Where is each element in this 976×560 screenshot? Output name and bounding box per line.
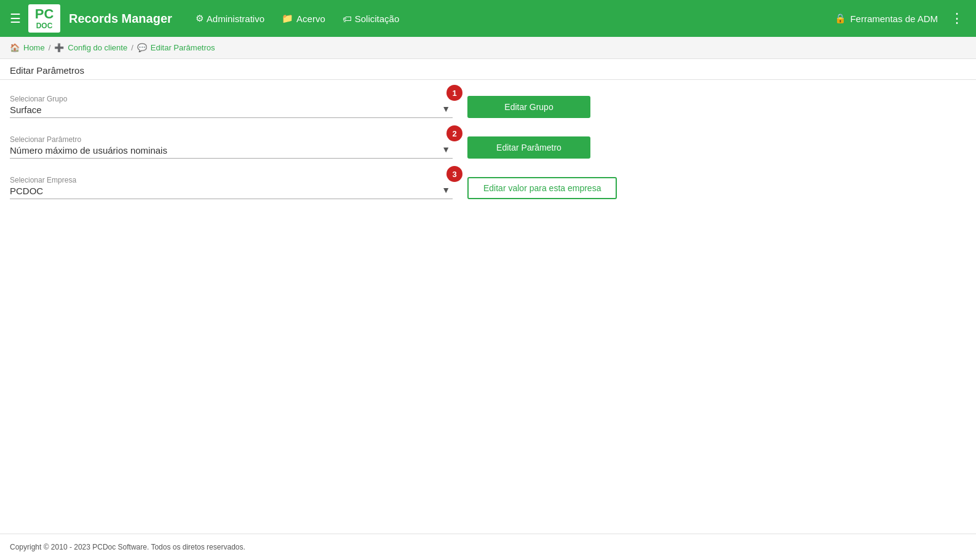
param-select[interactable]: Número máximo de usuários nominais bbox=[10, 145, 453, 156]
breadcrumb-sep-1: / bbox=[49, 43, 51, 52]
edit-param-button[interactable]: Editar Parâmetro bbox=[467, 136, 590, 159]
more-options-icon[interactable]: ⋮ bbox=[948, 10, 966, 26]
company-select[interactable]: PCDOC bbox=[10, 186, 453, 196]
form-row-company: Selecionar Empresa PCDOC ▼ 3 Editar valo… bbox=[10, 176, 966, 199]
top-right-actions: 🔒 Ferramentas de ADM ⋮ bbox=[835, 10, 966, 26]
breadcrumb-params-current: Editar Parâmetros bbox=[151, 43, 215, 52]
breadcrumb-sep-2: / bbox=[131, 43, 133, 52]
top-navigation: ☰ PC DOC Records Manager ⚙ Administrativ… bbox=[0, 0, 976, 37]
param-label: Selecionar Parâmetro bbox=[10, 135, 453, 144]
menu-item-administrativo[interactable]: ⚙ Administrativo bbox=[189, 9, 271, 28]
menu-item-solicitacao[interactable]: 🏷 Solicitação bbox=[336, 10, 406, 28]
group-select[interactable]: Surface bbox=[10, 105, 453, 115]
menu-item-administrativo-label: Administrativo bbox=[207, 14, 264, 24]
main-menu: ⚙ Administrativo 📁 Acervo 🏷 Solicitação bbox=[189, 9, 835, 28]
group-badge: 1 bbox=[446, 85, 462, 101]
breadcrumb-config-icon: ➕ bbox=[54, 43, 64, 52]
menu-item-acervo-label: Acervo bbox=[296, 14, 325, 24]
group-select-container: Selecionar Grupo Surface ▼ 1 bbox=[10, 95, 453, 118]
breadcrumb-home-icon: 🏠 bbox=[10, 43, 20, 52]
breadcrumb: 🏠 Home / ➕ Config do cliente / 💬 Editar … bbox=[0, 37, 976, 59]
param-select-wrapper: Número máximo de usuários nominais ▼ bbox=[10, 145, 453, 159]
logo-pc: PC bbox=[35, 7, 54, 22]
form-row-param: Selecionar Parâmetro Número máximo de us… bbox=[10, 135, 966, 159]
company-select-container: Selecionar Empresa PCDOC ▼ 3 bbox=[10, 176, 453, 199]
param-select-container: Selecionar Parâmetro Número máximo de us… bbox=[10, 135, 453, 159]
edit-group-button[interactable]: Editar Grupo bbox=[467, 96, 590, 118]
company-select-wrapper: PCDOC ▼ bbox=[10, 186, 453, 199]
tag-icon: 🏷 bbox=[343, 14, 352, 24]
lock-icon: 🔒 bbox=[835, 13, 846, 24]
company-badge: 3 bbox=[446, 166, 462, 182]
menu-item-solicitacao-label: Solicitação bbox=[355, 14, 400, 24]
adm-tools-button[interactable]: 🔒 Ferramentas de ADM bbox=[835, 13, 938, 24]
group-select-wrapper: Surface ▼ bbox=[10, 105, 453, 118]
footer: Copyright © 2010 - 2023 PCDoc Software. … bbox=[0, 534, 976, 560]
edit-company-value-button[interactable]: Editar valor para esta empresa bbox=[467, 177, 617, 199]
main-content: Selecionar Grupo Surface ▼ 1 Editar Grup… bbox=[0, 80, 976, 534]
app-logo: PC DOC bbox=[28, 4, 60, 32]
app-title: Records Manager bbox=[69, 12, 172, 26]
menu-item-acervo[interactable]: 📁 Acervo bbox=[276, 9, 331, 28]
hamburger-menu[interactable]: ☰ bbox=[10, 11, 21, 26]
breadcrumb-config-link[interactable]: Config do cliente bbox=[68, 43, 127, 52]
page-title: Editar Parâmetros bbox=[0, 59, 976, 80]
company-label: Selecionar Empresa bbox=[10, 176, 453, 184]
box-icon: 📁 bbox=[282, 13, 293, 24]
gear-icon: ⚙ bbox=[196, 13, 204, 24]
breadcrumb-params-icon: 💬 bbox=[137, 43, 147, 52]
group-label: Selecionar Grupo bbox=[10, 95, 453, 103]
adm-tools-label: Ferramentas de ADM bbox=[850, 14, 938, 24]
param-badge: 2 bbox=[446, 125, 462, 141]
form-row-group: Selecionar Grupo Surface ▼ 1 Editar Grup… bbox=[10, 95, 966, 118]
logo-doc: DOC bbox=[36, 22, 53, 30]
footer-text: Copyright © 2010 - 2023 PCDoc Software. … bbox=[10, 543, 245, 551]
breadcrumb-home-link[interactable]: Home bbox=[23, 43, 45, 52]
